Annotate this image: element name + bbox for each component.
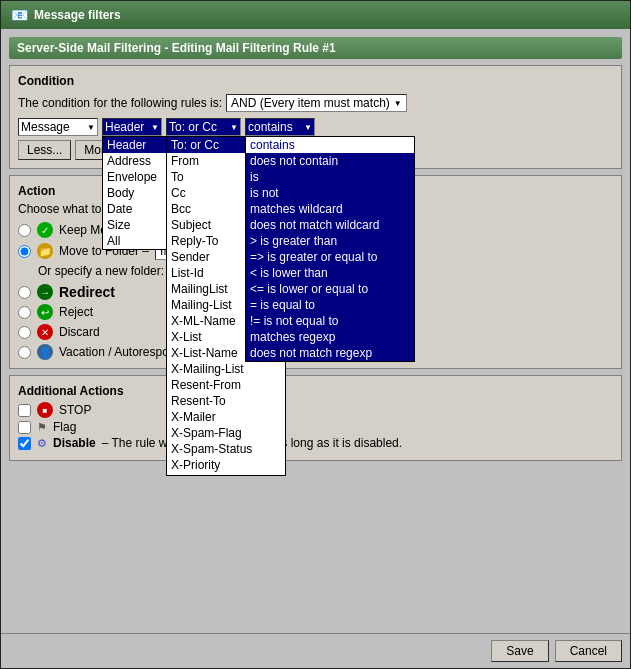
discard-icon: ✕ xyxy=(37,324,53,340)
redirect-label: Redirect xyxy=(59,284,115,300)
folder-icon: 📁 xyxy=(37,243,53,259)
condition-row: The condition for the following rules is… xyxy=(18,94,613,112)
window-title: Message filters xyxy=(34,8,121,22)
toorcc-option-xmailinglist[interactable]: X-Mailing-List xyxy=(167,361,285,377)
discard-label: Discard xyxy=(59,325,100,339)
stop-row: ■ STOP xyxy=(18,402,613,418)
toorcc-dropdown-wrapper: To: or Cc ▼ To: or Cc From To Cc Bcc Sub… xyxy=(166,118,241,136)
specify-folder-label: Or specify a new folder: xyxy=(38,264,164,278)
contains-option-matcheswildcard[interactable]: matches wildcard xyxy=(246,201,414,217)
contains-option-is[interactable]: is xyxy=(246,169,414,185)
flag-label: Flag xyxy=(53,420,76,434)
contains-option-lowerthan[interactable]: < is lower than xyxy=(246,265,414,281)
contains-option-matchesregexp[interactable]: matches regexp xyxy=(246,329,414,345)
contains-option-doesnotcontain[interactable]: does not contain xyxy=(246,153,414,169)
contains-option-notequalto[interactable]: != is not equal to xyxy=(246,313,414,329)
reject-label: Reject xyxy=(59,305,93,319)
header-type-btn[interactable]: Header ▼ xyxy=(102,118,162,136)
contains-list: contains does not contain is is not matc… xyxy=(245,136,415,362)
message-type-dropdown[interactable]: Message ▼ xyxy=(18,118,98,136)
save-button[interactable]: Save xyxy=(491,640,548,662)
contains-dropdown-wrapper: contains ▼ contains does not contain is … xyxy=(245,118,315,136)
move-radio[interactable] xyxy=(18,245,31,258)
condition-type-arrow: ▼ xyxy=(394,99,402,108)
contains-option-greaterthan[interactable]: > is greater than xyxy=(246,233,414,249)
toorcc-option-importance[interactable]: Importance xyxy=(167,473,285,476)
keep-radio[interactable] xyxy=(18,224,31,237)
message-arrow-icon: ▼ xyxy=(87,123,95,132)
condition-panel: Condition The condition for the followin… xyxy=(9,65,622,169)
condition-type-dropdown[interactable]: AND (Every item must match) ▼ xyxy=(226,94,407,112)
flag-checkbox[interactable] xyxy=(18,421,31,434)
contains-option-contains[interactable]: contains xyxy=(246,137,414,153)
condition-label: The condition for the following rules is… xyxy=(18,96,222,110)
condition-type-select[interactable]: AND (Every item must match) ▼ xyxy=(226,94,407,112)
reject-radio[interactable] xyxy=(18,306,31,319)
disable-icon: ⚙ xyxy=(37,437,47,450)
vacation-radio[interactable] xyxy=(18,346,31,359)
contains-btn[interactable]: contains ▼ xyxy=(245,118,315,136)
stop-label: STOP xyxy=(59,403,91,417)
contains-arrow-icon: ▼ xyxy=(304,123,312,132)
toorcc-btn[interactable]: To: or Cc ▼ xyxy=(166,118,241,136)
disable-row: ⚙ Disable – The rule will have no effect… xyxy=(18,436,613,450)
toorcc-arrow-icon: ▼ xyxy=(230,123,238,132)
message-filters-window: 📧 Message filters Server-Side Mail Filte… xyxy=(0,0,631,669)
additional-actions-panel: Additional Actions ■ STOP ⚑ Flag ⚙ Disab… xyxy=(9,375,622,461)
contains-option-equalto[interactable]: = is equal to xyxy=(246,297,414,313)
main-content: Server-Side Mail Filtering - Editing Mai… xyxy=(1,29,630,633)
stop-icon: ■ xyxy=(37,402,53,418)
contains-option-doesnotmatchregexp[interactable]: does not match regexp xyxy=(246,345,414,361)
header-dropdown-wrapper: Header ▼ Header Address Envelope Body Da… xyxy=(102,118,162,136)
toorcc-option-xmailer[interactable]: X-Mailer xyxy=(167,409,285,425)
toorcc-option-xspamflag[interactable]: X-Spam-Flag xyxy=(167,425,285,441)
additional-actions-title: Additional Actions xyxy=(18,384,613,398)
stop-checkbox[interactable] xyxy=(18,404,31,417)
title-bar-icon: 📧 xyxy=(11,7,28,23)
discard-radio[interactable] xyxy=(18,326,31,339)
disable-label: Disable xyxy=(53,436,96,450)
toorcc-option-resentfrom[interactable]: Resent-From xyxy=(167,377,285,393)
contains-option-greaterorequal[interactable]: => is greater or equal to xyxy=(246,249,414,265)
keep-icon: ✓ xyxy=(37,222,53,238)
toorcc-option-xpriority[interactable]: X-Priority xyxy=(167,457,285,473)
contains-option-doesnotmatchwildcard[interactable]: does not match wildcard xyxy=(246,217,414,233)
less-button[interactable]: Less... xyxy=(18,140,71,160)
flag-row: ⚑ Flag xyxy=(18,420,613,434)
server-side-header: Server-Side Mail Filtering - Editing Mai… xyxy=(9,37,622,59)
message-type-btn[interactable]: Message ▼ xyxy=(18,118,98,136)
toorcc-option-resentto[interactable]: Resent-To xyxy=(167,393,285,409)
reject-icon: ↩ xyxy=(37,304,53,320)
vacation-icon: 👤 xyxy=(37,344,53,360)
disable-checkbox[interactable] xyxy=(18,437,31,450)
contains-option-isnot[interactable]: is not xyxy=(246,185,414,201)
cancel-button[interactable]: Cancel xyxy=(555,640,622,662)
header-arrow-icon: ▼ xyxy=(151,123,159,132)
redirect-icon: → xyxy=(37,284,53,300)
toorcc-option-xspamstatus[interactable]: X-Spam-Status xyxy=(167,441,285,457)
contains-option-lowerorequal[interactable]: <= is lower or equal to xyxy=(246,281,414,297)
bottom-bar: Save Cancel xyxy=(1,633,630,668)
redirect-radio[interactable] xyxy=(18,286,31,299)
flag-icon: ⚑ xyxy=(37,421,47,434)
title-bar: 📧 Message filters xyxy=(1,1,630,29)
condition-section-title: Condition xyxy=(18,74,613,88)
